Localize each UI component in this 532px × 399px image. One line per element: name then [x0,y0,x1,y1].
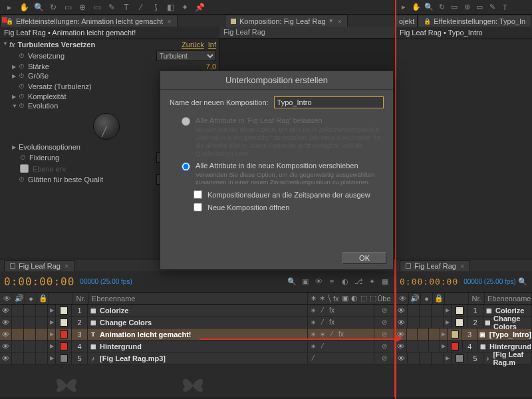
visibility-toggle[interactable]: 👁 [0,340,12,352]
close-icon[interactable]: × [460,262,464,270]
layer-row[interactable]: 👁▶5♪[Fig Leaf Rag.m [396,352,532,364]
close-icon[interactable]: × [65,262,68,270]
audio-toggle[interactable] [407,340,418,352]
evolution-dial[interactable] [93,113,120,140]
audio-toggle[interactable] [12,340,24,352]
label-color[interactable] [60,342,68,350]
reset-button[interactable]: Zurück [182,41,204,49]
stopwatch-icon[interactable]: ⏱ [19,176,27,183]
expand-icon[interactable]: ▶ [12,64,19,70]
label-color[interactable] [60,331,68,338]
timeline-tab[interactable]: Fig Leaf Rag × [400,260,470,271]
eraser-tool-icon[interactable]: ◧ [164,1,177,13]
camera-tool-icon[interactable]: ▭ [61,1,74,13]
visibility-toggle[interactable]: 👁 [396,340,407,352]
hand-tool-icon[interactable]: ✋ [17,1,31,13]
expand-icon[interactable]: ▶ [440,329,448,340]
layer-switches[interactable]: ⁄ [308,352,374,364]
expand-icon[interactable]: ▶ [440,340,448,352]
parent-link-icon[interactable]: ⊘ [374,317,394,328]
pin-tool-icon[interactable]: 📌 [193,1,206,13]
graph-icon[interactable]: ⎇ [353,277,364,286]
close-icon[interactable]: × [338,17,342,25]
visibility-toggle[interactable]: 👁 [0,329,12,340]
expand-icon[interactable]: ▶ [48,352,56,364]
layer-name[interactable]: ▣[Typo_Intro] [477,329,532,340]
timeline-tab[interactable]: Fig Leaf Rag × [4,260,74,271]
pen-tool-icon[interactable]: ✎ [105,1,118,13]
layer-switches[interactable]: ∗⁄fx [308,305,374,316]
label-color[interactable] [456,307,464,315]
expand-icon[interactable]: ▶ [12,73,19,79]
audio-toggle[interactable] [408,352,420,364]
visibility-toggle[interactable]: 👁 [0,305,12,316]
expand-icon[interactable]: ▶ [444,352,452,364]
selection-tool-icon[interactable]: ▸ [3,1,16,13]
anchor-tool-icon[interactable]: ⊕ [461,1,473,13]
hand-tool-icon[interactable]: ✋ [410,1,422,13]
tab-effect-settings-left[interactable]: 🔒 Effekteinstellungen: Animation leicht … [0,15,178,27]
stopwatch-icon[interactable]: ⏱ [19,63,27,70]
visibility-toggle[interactable]: 👁 [0,317,12,328]
expand-icon[interactable]: ▶ [444,305,452,316]
solo-column-icon[interactable]: ● [25,293,37,304]
rotobrush-tool-icon[interactable]: ✦ [178,1,192,13]
radio-move[interactable] [182,162,190,171]
speaker-column-icon[interactable]: 🔊 [409,293,421,304]
camera-tool-icon[interactable]: ▭ [448,1,460,13]
eye-column-icon[interactable]: 👁 [1,293,13,304]
layer-name[interactable]: ▦Change Colors [483,317,532,328]
layer-row[interactable]: 👁▶2▦Change Colors [396,317,532,329]
close-icon[interactable]: × [167,17,171,25]
expand-icon[interactable]: ▶ [48,340,56,352]
label-color[interactable] [60,354,68,362]
label-color[interactable] [451,342,459,350]
audio-toggle[interactable] [407,329,418,340]
layer-name[interactable]: ▦Hintergrund [88,340,308,352]
comp-mini-icon[interactable]: ▣ [300,277,311,286]
stopwatch-icon[interactable]: ⏱ [19,93,27,100]
stopwatch-icon[interactable]: ⏱ [20,154,28,161]
parent-link-icon[interactable]: ⊘ [374,352,394,364]
zoom-tool-icon[interactable]: 🔍 [423,1,435,13]
layer-name[interactable]: ♪[Fig Leaf Rag.mp3] [88,352,308,364]
clone-tool-icon[interactable]: ⟆ [149,1,162,13]
audio-toggle[interactable] [408,305,420,316]
text-tool-icon[interactable]: T [499,1,511,13]
brush-tool-icon[interactable]: ⁄ [134,1,148,13]
lock-column-icon[interactable]: 🔒 [37,293,49,304]
audio-toggle[interactable] [408,317,420,328]
zoom-tool-icon[interactable]: 🔍 [32,1,45,13]
expand-icon[interactable]: ▶ [444,317,452,328]
layer-row[interactable]: 👁▶1▦Colorize∗⁄fx⊘ [0,305,394,317]
label-color[interactable] [60,307,68,315]
draft3d-icon[interactable]: ▦ [380,277,390,286]
expand-icon[interactable]: ▶ [12,144,19,150]
visibility-toggle[interactable]: 👁 [396,352,408,364]
anchor-tool-icon[interactable]: ⊕ [76,1,89,13]
shape-tool-icon[interactable]: ▭ [473,1,485,13]
layer-row[interactable]: 👁▶2▦Change Colors∗⁄fx⊘ [0,317,394,329]
expand-icon[interactable]: ▶ [48,317,56,328]
stopwatch-icon[interactable]: ⏱ [19,72,27,79]
search-icon[interactable]: 🔍 [517,277,528,286]
shy-icon[interactable]: 👁 [313,277,324,286]
visibility-toggle[interactable]: 👁 [396,305,408,316]
label-color[interactable] [456,354,464,362]
dropdown-icon[interactable]: ▼ [329,18,334,24]
visibility-toggle[interactable]: 👁 [0,352,12,364]
pen-tool-icon[interactable]: ✎ [486,1,498,13]
about-link[interactable]: Inf [208,41,216,49]
expand-icon[interactable]: ▶ [48,305,56,316]
layer-switches[interactable]: ∗⁄fx [308,317,374,328]
parent-link-icon[interactable]: ⊘ [374,305,394,316]
stopwatch-icon[interactable]: ⏱ [19,83,27,90]
brainstorm-icon[interactable]: ✦ [366,277,377,286]
shape-tool-icon[interactable]: ▭ [90,1,104,13]
tab-composition[interactable]: Komposition: Fig Leaf Rag ▼ × [225,15,348,27]
staerke-value[interactable]: 7,0 [183,63,216,70]
collapse-icon[interactable]: ▼ [12,103,19,109]
timecode[interactable]: 0:00:00:00 [400,277,458,287]
audio-toggle[interactable] [12,329,24,340]
layer-switches[interactable]: ∗⁄ [308,340,374,352]
